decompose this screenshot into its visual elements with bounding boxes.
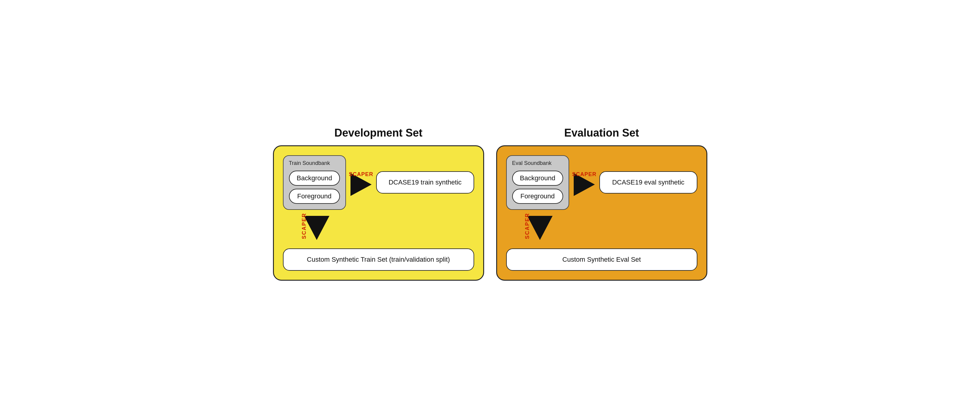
eval-panel: Evaluation Set Eval Soundbank Background… xyxy=(496,127,707,281)
dev-box: Train Soundbank Background Foreground SC… xyxy=(273,145,484,281)
dev-arrow-down-inner: SCAPER xyxy=(298,210,331,246)
dev-soundbank-label: Train Soundbank xyxy=(289,160,340,167)
dev-scaper-down-label: SCAPER xyxy=(301,213,307,239)
eval-output-bottom: Custom Synthetic Eval Set xyxy=(506,248,697,271)
eval-arrow-down-inner: SCAPER xyxy=(521,210,554,246)
eval-scaper-right-label: SCAPER xyxy=(572,171,596,178)
dev-panel: Development Set Train Soundbank Backgrou… xyxy=(273,127,484,281)
dev-background-pill: Background xyxy=(289,171,340,186)
main-container: Development Set Train Soundbank Backgrou… xyxy=(273,127,707,281)
dev-foreground-pill: Foreground xyxy=(289,189,340,204)
dev-title: Development Set xyxy=(334,127,422,139)
eval-arrow-right: SCAPER xyxy=(569,169,599,196)
dev-top-row: Train Soundbank Background Foreground SC… xyxy=(283,155,474,210)
eval-title: Evaluation Set xyxy=(564,127,639,139)
eval-soundbank-box: Eval Soundbank Background Foreground xyxy=(506,155,569,210)
eval-soundbank-label: Eval Soundbank xyxy=(512,160,563,167)
eval-scaper-down-label: SCAPER xyxy=(524,213,531,239)
eval-triangle-down xyxy=(527,216,553,240)
dev-scaper-right-label: SCAPER xyxy=(349,171,373,178)
dev-soundbank-box: Train Soundbank Background Foreground xyxy=(283,155,346,210)
eval-arrow-down-container: SCAPER xyxy=(506,210,697,246)
dev-output-bottom: Custom Synthetic Train Set (train/valida… xyxy=(283,248,474,271)
eval-background-pill: Background xyxy=(512,171,563,186)
eval-box: Eval Soundbank Background Foreground SCA… xyxy=(496,145,707,281)
eval-foreground-pill: Foreground xyxy=(512,189,563,204)
dev-arrow-down-container: SCAPER xyxy=(283,210,474,246)
eval-top-row: Eval Soundbank Background Foreground SCA… xyxy=(506,155,697,210)
dev-triangle-down xyxy=(304,216,329,240)
dev-arrow-right: SCAPER xyxy=(346,169,376,196)
dev-output-right: DCASE19 train synthetic xyxy=(376,171,474,194)
eval-output-right: DCASE19 eval synthetic xyxy=(599,171,697,194)
